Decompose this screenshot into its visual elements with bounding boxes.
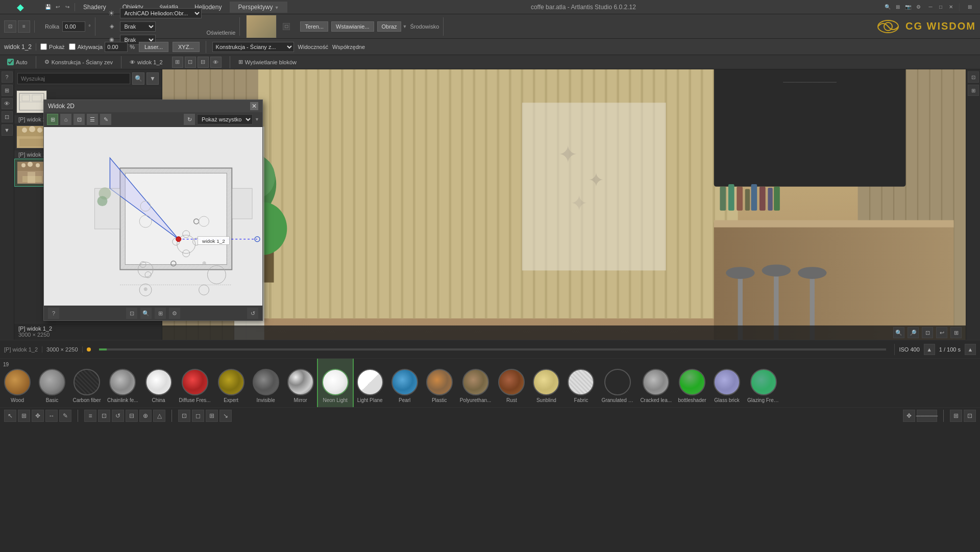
konstrukcja-select[interactable]: Konstrukcja - Ściany z... — [212, 42, 294, 52]
right-strip-top[interactable]: ⊞ — [966, 3, 974, 11]
auto-check[interactable] — [7, 59, 14, 65]
minimize-btn[interactable]: ─ — [926, 3, 935, 11]
vp-btn-1[interactable]: 🔍 — [893, 327, 904, 338]
view-mode-4[interactable]: 👁 — [210, 57, 222, 68]
vp-btn-5[interactable]: ⊞ — [950, 327, 962, 338]
tool-10[interactable]: ⊕ — [139, 410, 152, 422]
tool-view1[interactable]: ⊞ — [950, 410, 962, 422]
teren-btn[interactable]: Teren... — [300, 21, 328, 32]
construction-item[interactable]: ⚙ Konstrukcja - Ściany zev — [41, 58, 116, 66]
tool-6[interactable]: ≡ — [84, 410, 96, 422]
popup-tb-box[interactable]: ⊡ — [74, 114, 85, 125]
expand-search-btn[interactable]: ▼ — [146, 72, 159, 85]
main-viewport[interactable]: ☰ ☰ ☰ ☰ ═══════════ ───────── — [162, 69, 966, 340]
tool-2[interactable]: ⊞ — [18, 410, 30, 422]
capture-btn-top[interactable]: 📷 — [904, 3, 912, 11]
checkbox-preview[interactable]: □ — [283, 23, 290, 30]
heliodon-select[interactable]: ArchiCAD Heliodon:Obr... — [120, 8, 202, 18]
toolbar-icon-1[interactable]: 💾 — [44, 3, 52, 11]
brak1-select[interactable]: Brak — [120, 21, 156, 32]
rolka-input[interactable] — [62, 21, 85, 32]
widok-item[interactable]: 👁 widok 1_2 — [127, 58, 166, 66]
tool-7[interactable]: ⊡ — [98, 410, 110, 422]
popup-tb-layers[interactable]: ☰ — [87, 114, 98, 125]
ls-btn-expand2[interactable]: ▼ — [2, 124, 13, 136]
mat-item-carbon[interactable]: Carbon fiber — [69, 359, 104, 407]
pokaz-check[interactable] — [40, 43, 47, 50]
popup-tb-rotate[interactable]: ↻ — [184, 114, 195, 125]
iso-up-btn[interactable]: ▲ — [924, 344, 935, 355]
settings-btn-top[interactable]: ⚙ — [914, 3, 922, 11]
mat-item-fabric[interactable]: Fabric — [564, 359, 598, 407]
view-toggle-btn[interactable]: ≡ — [18, 20, 30, 33]
mat-item-granulated[interactable]: Granulated L... — [598, 359, 637, 407]
menu-perspektywy[interactable]: Perspektywy ▼ — [230, 2, 287, 13]
tool-11[interactable]: △ — [153, 410, 165, 422]
mat-item-mirror[interactable]: Mirror — [283, 359, 318, 407]
mat-item-wood[interactable]: 19 Wood — [0, 359, 35, 407]
tool-9[interactable]: ⊟ — [126, 410, 138, 422]
mat-item-invisible[interactable]: Invisible — [249, 359, 283, 407]
popup-zoom-in[interactable]: 🔍 — [140, 308, 152, 319]
aktywacja-value[interactable] — [105, 42, 128, 52]
laser-btn[interactable]: Laser... — [139, 42, 168, 52]
auto-item[interactable]: Auto — [4, 58, 31, 66]
popup-header[interactable]: Widok 2D ✕ — [44, 100, 262, 112]
toolbar-icon-2[interactable]: ↩ — [54, 3, 62, 11]
vp-btn-3[interactable]: ⊡ — [922, 327, 933, 338]
mat-item-diffuse[interactable]: Diffuse Fres... — [176, 359, 214, 407]
tool-cursor[interactable]: ✥ — [903, 410, 915, 422]
mat-item-plastic[interactable]: Plastic — [422, 359, 457, 407]
mat-item-china[interactable]: China — [141, 359, 176, 407]
wstawianie-btn[interactable]: Wstawianie... — [331, 21, 374, 32]
vp-btn-4[interactable]: ↩ — [936, 327, 947, 338]
mat-item-polyurethane[interactable]: Polyurethan... — [457, 359, 495, 407]
tool-1[interactable]: ↖ — [4, 410, 16, 422]
tool-5[interactable]: ✎ — [59, 410, 71, 422]
tool-12[interactable]: ⊡ — [178, 410, 190, 422]
ls-btn-1[interactable]: ? — [2, 71, 13, 83]
popup-settings[interactable]: ⚙ — [169, 308, 180, 319]
xyz-btn[interactable]: XYZ... — [173, 42, 200, 52]
view-mode-1[interactable]: ⊞ — [172, 57, 183, 68]
mat-item-glassbrick[interactable]: Glass brick — [709, 359, 744, 407]
tool-3[interactable]: ✥ — [32, 410, 44, 422]
mat-item-bottleshader[interactable]: bottleshader — [675, 359, 709, 407]
frame-up-btn[interactable]: ▲ — [965, 344, 976, 355]
search-btn-top[interactable]: 🔍 — [884, 3, 892, 11]
close-btn[interactable]: ✕ — [947, 3, 955, 11]
popup-canvas[interactable]: ⊕ ⊕ widok 1_2 — [44, 127, 262, 306]
search-input[interactable] — [17, 73, 130, 84]
popup-confirm[interactable]: ↺ — [247, 308, 258, 319]
mat-item-expert[interactable]: Expert — [214, 359, 249, 407]
tool-15[interactable]: ↘ — [219, 410, 232, 422]
popup-tb-grid[interactable]: ⊞ — [47, 114, 58, 125]
mat-item-chainlink[interactable]: Chainlink fe... — [104, 359, 141, 407]
mat-item-lightplane[interactable]: Light Plane — [353, 359, 387, 407]
rs-btn-2[interactable]: ⊞ — [968, 85, 979, 96]
vp-btn-2[interactable]: 🔎 — [908, 327, 919, 338]
view-mode-3[interactable]: ⊟ — [198, 57, 209, 68]
popup-close-btn[interactable]: ✕ — [250, 102, 258, 110]
maximize-btn[interactable]: □ — [937, 3, 945, 11]
mat-item-sunblind[interactable]: Sunblind — [529, 359, 564, 407]
ls-btn-2[interactable]: ⊞ — [2, 85, 13, 96]
tool-view2[interactable]: ⊡ — [964, 410, 976, 422]
popup-fit[interactable]: ⊞ — [155, 308, 166, 319]
tool-8[interactable]: ↺ — [112, 410, 124, 422]
wyswietlanie-item[interactable]: ⊞ Wyświetlanie bloków — [235, 58, 300, 66]
view-2d-btn[interactable]: ⊡ — [4, 20, 16, 33]
popup-view-select[interactable]: Pokaż wszystko — [197, 114, 253, 124]
popup-tb-pen[interactable]: ✎ — [100, 114, 111, 125]
ls-btn-expand[interactable]: ⊡ — [2, 111, 13, 122]
tool-13[interactable]: ◻ — [192, 410, 204, 422]
rs-btn-1[interactable]: ⊡ — [968, 71, 979, 83]
popup-help-btn[interactable]: ? — [48, 308, 59, 319]
mat-item-rust[interactable]: Rust — [494, 359, 529, 407]
ls-btn-eye[interactable]: 👁 — [2, 98, 13, 109]
mat-item-basic[interactable]: Basic — [35, 359, 69, 407]
toolbar-icon-3[interactable]: ↪ — [63, 3, 71, 11]
popup-tb-house[interactable]: ⌂ — [60, 114, 71, 125]
tool-14[interactable]: ⊞ — [206, 410, 218, 422]
mat-item-pearl[interactable]: Pearl — [387, 359, 422, 407]
